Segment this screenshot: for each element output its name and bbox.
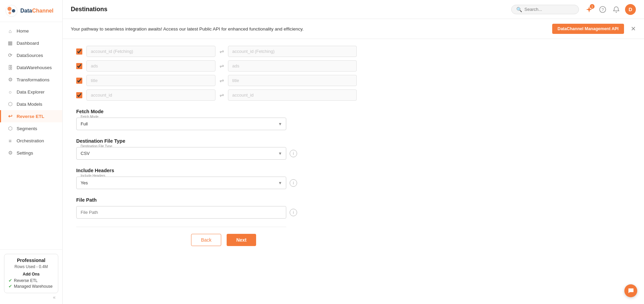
data-models-icon: ⬡ — [7, 101, 13, 107]
home-icon: ⌂ — [7, 28, 13, 34]
sidebar-item-data-explorer[interactable]: ○ Data Explorer — [0, 86, 62, 98]
collapse-button[interactable]: « — [4, 293, 58, 300]
page-title: Destinations — [71, 6, 506, 13]
addon-check-icon: ✔ — [8, 284, 12, 289]
destination-file-type-section: Destination File Type Destination File T… — [76, 138, 371, 160]
file-path-input[interactable] — [76, 206, 286, 219]
chat-bubble[interactable] — [624, 284, 637, 297]
svg-point-2 — [12, 9, 15, 13]
include-headers-select[interactable]: Yes No — [76, 177, 286, 189]
svg-point-0 — [6, 5, 17, 17]
mapping-right-2: ads — [228, 60, 357, 72]
sidebar-bottom: Professional Rows Used - 0.4M Add Ons ✔ … — [0, 249, 62, 304]
topbar: Destinations 🔍 1 ? — [63, 0, 644, 19]
transfer-icon-2: ⇌ — [220, 63, 224, 69]
banner: Your pathway to seamless integration awa… — [63, 19, 644, 39]
sidebar-item-dashboard[interactable]: ▦ Dashboard — [0, 37, 62, 49]
mapping-left-4: account_id — [86, 89, 215, 101]
notification-icon[interactable] — [611, 5, 621, 14]
sidebar-item-datasources[interactable]: ⟳ DataSources — [0, 49, 62, 61]
sidebar-item-settings[interactable]: ⚙ Settings — [0, 147, 62, 159]
mapping-row: account_id ⇌ account_id — [76, 89, 371, 101]
svg-point-1 — [7, 7, 12, 11]
mapping-row: title ⇌ title — [76, 75, 371, 86]
banner-api-button[interactable]: DataChannel Management API — [552, 24, 624, 34]
mapping-row: ads ⇌ ads — [76, 60, 371, 72]
file-path-title: File Path — [76, 197, 371, 203]
notification-badge: 1 — [590, 4, 595, 9]
plan-title: Professional — [8, 258, 54, 263]
addon-managed-warehouse: ✔ Managed Warehouse — [8, 284, 54, 289]
logo-icon — [5, 5, 18, 17]
next-button[interactable]: Next — [227, 234, 256, 246]
search-input[interactable] — [524, 7, 572, 12]
mapping-checkbox-4[interactable] — [76, 92, 82, 98]
sidebar-item-datawarehouses[interactable]: 🗄 DataWarehouses — [0, 61, 62, 74]
avatar[interactable]: D — [625, 4, 636, 15]
addon-label: Reverse ETL — [14, 278, 38, 283]
sidebar-item-transformations[interactable]: ⚙ Transformations — [0, 74, 62, 86]
datasources-icon: ⟳ — [7, 52, 13, 58]
sidebar-item-orchestration[interactable]: ≡ Orchestration — [0, 135, 62, 147]
mapping-checkbox-3[interactable] — [76, 78, 82, 84]
topbar-icons: 1 ? D — [584, 4, 636, 15]
file-path-info-icon[interactable]: i — [290, 209, 297, 216]
destination-file-type-info-icon[interactable]: i — [290, 150, 297, 157]
addon-reverse-etl: ✔ Reverse ETL — [8, 278, 54, 283]
sidebar-item-label: Settings — [17, 150, 33, 156]
sidebar-item-segments[interactable]: ⬡ Segments — [0, 122, 62, 135]
mapping-right-4: account_id — [228, 89, 357, 101]
sidebar-item-label: Data Models — [17, 102, 42, 107]
dashboard-icon: ▦ — [7, 40, 13, 46]
mapping-left-1: account_id (Fetching) — [86, 46, 215, 57]
help-icon[interactable]: ? — [598, 5, 607, 14]
form-area: account_id (Fetching) ⇌ account_id (Fetc… — [63, 39, 385, 287]
bell-icon — [613, 6, 620, 13]
include-headers-wrapper: Include Headers Yes No ▼ i — [76, 177, 371, 189]
question-icon: ? — [599, 6, 606, 13]
transfer-icon-1: ⇌ — [220, 48, 224, 55]
addon-label: Managed Warehouse — [14, 284, 53, 289]
banner-close-icon[interactable]: ✕ — [631, 25, 636, 33]
svg-point-7 — [616, 12, 617, 13]
include-headers-info-icon[interactable]: i — [290, 179, 297, 187]
addon-check-icon: ✔ — [8, 278, 12, 283]
fetch-mode-title: Fetch Mode — [76, 109, 371, 114]
footer-buttons: Back Next — [76, 234, 371, 246]
mapping-left-3: title — [86, 75, 215, 86]
chat-icon — [627, 287, 634, 294]
transfer-icon-4: ⇌ — [220, 92, 224, 98]
mapping-checkbox-2[interactable] — [76, 63, 82, 69]
mapping-row: account_id (Fetching) ⇌ account_id (Fetc… — [76, 46, 371, 57]
fetch-mode-select[interactable]: Full Incremental — [76, 118, 286, 130]
data-explorer-icon: ○ — [7, 89, 13, 95]
include-headers-section: Include Headers Include Headers Yes No ▼… — [76, 168, 371, 189]
settings-icon: ⚙ — [7, 150, 13, 156]
sidebar-item-home[interactable]: ⌂ Home — [0, 25, 62, 37]
nav-menu: ⌂ Home ▦ Dashboard ⟳ DataSources 🗄 DataW… — [0, 22, 62, 249]
logo-area: DataChannel — [0, 0, 62, 22]
svg-text:?: ? — [602, 7, 604, 12]
sidebar-item-label: DataSources — [17, 53, 43, 58]
sidebar-item-data-models[interactable]: ⬡ Data Models — [0, 98, 62, 110]
back-button[interactable]: Back — [191, 234, 221, 246]
mapping-rows: account_id (Fetching) ⇌ account_id (Fetc… — [76, 46, 371, 101]
orchestration-icon: ≡ — [7, 138, 13, 144]
sidebar-item-label: Orchestration — [17, 138, 44, 143]
plan-rows-used: Rows Used - 0.4M — [8, 264, 54, 269]
sidebar: DataChannel ⌂ Home ▦ Dashboard ⟳ DataSou… — [0, 0, 63, 304]
file-path-section: File Path i — [76, 197, 371, 219]
logo-text: DataChannel — [20, 8, 54, 14]
svg-point-3 — [8, 12, 11, 14]
destination-file-type-select[interactable]: CSV JSON Parquet — [76, 147, 286, 160]
mapping-left-2: ads — [86, 60, 215, 72]
sidebar-item-reverse-etl[interactable]: ↩ Reverse ETL — [0, 110, 62, 122]
section-divider — [76, 227, 286, 227]
ai-icon[interactable]: 1 — [584, 5, 594, 14]
search-icon: 🔍 — [516, 7, 522, 12]
mapping-checkbox-1[interactable] — [76, 48, 82, 55]
addons-label: Add Ons — [8, 272, 54, 277]
search-bar[interactable]: 🔍 — [511, 5, 579, 14]
file-path-wrapper: i — [76, 206, 371, 219]
sidebar-item-label: Dashboard — [17, 41, 39, 46]
